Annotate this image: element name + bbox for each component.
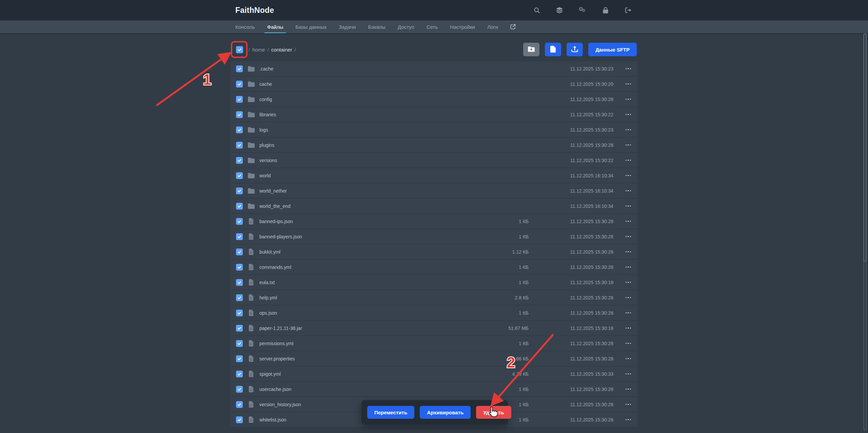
file-icon xyxy=(248,218,255,224)
tab-console[interactable]: Консоль xyxy=(233,20,258,33)
row-checkbox[interactable] xyxy=(236,188,243,194)
file-row[interactable]: banned-ips.json 1 КБ 11.12.2025 15:30:28 xyxy=(231,214,637,229)
row-checkbox[interactable] xyxy=(236,126,243,133)
row-checkbox[interactable] xyxy=(236,401,243,408)
breadcrumb-current[interactable]: container xyxy=(271,47,292,53)
row-checkbox[interactable] xyxy=(236,81,243,87)
row-menu-button[interactable] xyxy=(613,306,635,320)
tab-tasks[interactable]: Задачи xyxy=(336,20,358,33)
row-menu-button[interactable] xyxy=(613,153,635,168)
delete-button[interactable]: Удалить xyxy=(476,406,511,419)
row-checkbox[interactable] xyxy=(236,203,243,210)
file-row[interactable]: paper-1.21.11-38.jar 51.67 МБ 11.12.2025… xyxy=(231,321,637,335)
row-menu-button[interactable] xyxy=(613,199,635,213)
row-menu-button[interactable] xyxy=(613,260,635,274)
file-row[interactable]: spigot.yml 4.79 КБ 11.12.2025 15:30:33 xyxy=(231,367,637,381)
row-menu-button[interactable] xyxy=(613,351,635,366)
row-menu-button[interactable] xyxy=(613,244,635,259)
tab-access[interactable]: Доступ xyxy=(395,20,417,33)
archive-button[interactable]: Архивировать xyxy=(420,406,471,419)
scrollbar[interactable] xyxy=(864,34,866,430)
new-file-button[interactable] xyxy=(545,43,561,56)
row-checkbox[interactable] xyxy=(236,142,243,149)
row-checkbox[interactable] xyxy=(236,264,243,271)
row-menu-button[interactable] xyxy=(613,397,635,412)
row-menu-button[interactable] xyxy=(613,168,635,183)
file-row[interactable]: cache 11.12.2025 15:30:20 xyxy=(231,77,637,91)
app-title[interactable]: FaithNode xyxy=(235,6,274,15)
scrollbar-thumb[interactable] xyxy=(864,34,866,261)
file-row[interactable]: .cache 11.12.2025 15:30:23 xyxy=(231,61,637,76)
layers-icon[interactable] xyxy=(556,6,563,14)
tab-settings[interactable]: Настройки xyxy=(447,20,478,33)
row-menu-button[interactable] xyxy=(613,367,635,381)
row-menu-button[interactable] xyxy=(613,183,635,198)
row-checkbox[interactable] xyxy=(236,386,243,393)
file-row[interactable]: world 11.12.2025 16:10:34 xyxy=(231,168,637,183)
row-checkbox[interactable] xyxy=(236,310,243,316)
row-menu-button[interactable] xyxy=(613,275,635,290)
file-row[interactable]: plugins 11.12.2025 15:30:28 xyxy=(231,138,637,152)
file-date: 11.12.2025 15:30:28 xyxy=(552,219,613,224)
row-checkbox[interactable] xyxy=(236,157,243,164)
tab-files[interactable]: Файлы xyxy=(264,20,286,33)
row-checkbox[interactable] xyxy=(236,279,243,286)
row-menu-button[interactable] xyxy=(613,382,635,396)
file-row[interactable]: banned-players.json 1 КБ 11.12.2025 15:3… xyxy=(231,229,637,244)
row-checkbox[interactable] xyxy=(236,65,243,72)
row-menu-button[interactable] xyxy=(613,61,635,76)
row-menu-button[interactable] xyxy=(613,321,635,335)
file-row[interactable]: world_nether 11.12.2025 16:10:34 xyxy=(231,183,637,198)
move-button[interactable]: Переместить xyxy=(367,406,414,419)
gears-icon[interactable]: ⚙⚙ xyxy=(578,6,587,14)
row-checkbox[interactable] xyxy=(236,233,243,240)
file-row[interactable]: usercache.json 1 КБ 11.12.2025 15:30:28 xyxy=(231,382,637,396)
row-menu-button[interactable] xyxy=(613,214,635,229)
row-menu-button[interactable] xyxy=(613,138,635,152)
sftp-button[interactable]: Данные SFTP xyxy=(588,43,637,56)
file-row[interactable]: ops.json 1 КБ 11.12.2025 15:30:28 xyxy=(231,306,637,320)
select-all-checkbox[interactable] xyxy=(236,46,243,53)
file-row[interactable]: eula.txt 1 КБ 11.12.2025 15:30:18 xyxy=(231,275,637,290)
sign-out-icon[interactable] xyxy=(625,6,632,14)
row-checkbox[interactable] xyxy=(236,96,243,103)
file-row[interactable]: permissions.yml 1 КБ 11.12.2025 15:30:28 xyxy=(231,336,637,351)
tab-backups[interactable]: Бэкапы xyxy=(365,20,388,33)
file-row[interactable]: bukkit.yml 1.12 КБ 11.12.2025 15:30:28 xyxy=(231,244,637,259)
tab-network[interactable]: Сеть xyxy=(424,20,440,33)
row-checkbox[interactable] xyxy=(236,111,243,118)
file-row[interactable]: logs 11.12.2025 15:30:23 xyxy=(231,122,637,137)
row-checkbox[interactable] xyxy=(236,294,243,301)
row-checkbox[interactable] xyxy=(236,355,243,362)
row-checkbox[interactable] xyxy=(236,218,243,225)
row-checkbox[interactable] xyxy=(236,416,243,423)
row-menu-button[interactable] xyxy=(613,229,635,244)
row-checkbox[interactable] xyxy=(236,340,243,347)
row-menu-button[interactable] xyxy=(613,290,635,305)
breadcrumb-home[interactable]: home xyxy=(252,47,265,53)
row-menu-button[interactable] xyxy=(613,412,635,427)
file-row[interactable]: commands.yml 1 КБ 11.12.2025 15:30:28 xyxy=(231,260,637,274)
file-row[interactable]: libraries 11.12.2025 15:30:22 xyxy=(231,107,637,122)
search-icon[interactable] xyxy=(533,6,540,14)
row-checkbox[interactable] xyxy=(236,325,243,332)
row-checkbox[interactable] xyxy=(236,249,243,255)
file-row[interactable]: config 11.12.2025 15:30:28 xyxy=(231,92,637,106)
row-menu-button[interactable] xyxy=(613,336,635,351)
file-row[interactable]: versions 11.12.2025 15:30:22 xyxy=(231,153,637,168)
row-checkbox[interactable] xyxy=(236,172,243,179)
file-row[interactable]: help.yml 2.8 КБ 11.12.2025 15:30:28 xyxy=(231,290,637,305)
new-folder-button[interactable] xyxy=(523,43,539,56)
row-menu-button[interactable] xyxy=(613,122,635,137)
row-menu-button[interactable] xyxy=(613,107,635,122)
row-checkbox[interactable] xyxy=(236,371,243,377)
external-link-icon[interactable] xyxy=(508,20,518,33)
row-menu-button[interactable] xyxy=(613,92,635,106)
tab-logs[interactable]: Логи xyxy=(485,20,501,33)
file-row[interactable]: server.properties 1.66 КБ 11.12.2025 15:… xyxy=(231,351,637,366)
file-row[interactable]: world_the_end 11.12.2025 16:10:34 xyxy=(231,199,637,213)
upload-button[interactable] xyxy=(567,43,583,56)
lock-icon[interactable] xyxy=(602,6,609,14)
row-menu-button[interactable] xyxy=(613,77,635,91)
tab-databases[interactable]: Базы данных xyxy=(293,20,329,33)
